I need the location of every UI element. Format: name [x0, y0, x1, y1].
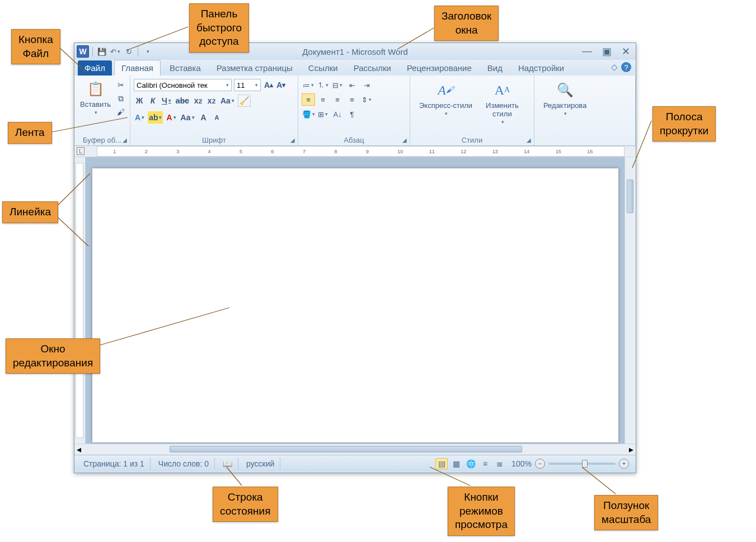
cut-icon[interactable]: ✂: [115, 80, 126, 90]
grow-font-icon[interactable]: A▴: [263, 79, 274, 91]
clear-formatting-icon[interactable]: 🧹: [238, 95, 251, 107]
change-styles-button[interactable]: AA Изменить стили▾: [482, 79, 522, 126]
status-proofing[interactable]: 📖: [217, 458, 238, 470]
zoom-thumb[interactable]: [582, 460, 588, 468]
workspace: [74, 157, 636, 444]
tab-file[interactable]: Файл: [78, 60, 112, 76]
tab-references[interactable]: Ссылки: [302, 60, 345, 76]
paste-button[interactable]: 📋 Вставить ▾: [77, 78, 114, 116]
font-name-combo[interactable]: Calibri (Основной тек▾: [134, 79, 232, 91]
tab-addins[interactable]: Надстройки: [511, 60, 571, 76]
vertical-scrollbar[interactable]: [624, 157, 636, 444]
ribbon: 📋 Вставить ▾ ✂ ⧉ 🖌 Буфер об...◢ Calibri …: [74, 76, 636, 146]
tab-insert[interactable]: Вставка: [163, 60, 208, 76]
show-marks-button[interactable]: ¶: [345, 108, 359, 120]
view-print-layout-icon[interactable]: ▤: [435, 458, 448, 469]
tab-review[interactable]: Рецензирование: [400, 60, 478, 76]
scroll-right-icon[interactable]: ▸: [629, 444, 633, 455]
save-icon[interactable]: 💾: [96, 46, 107, 57]
sort-button[interactable]: A↓: [331, 108, 344, 120]
clipboard-icon: 📋: [86, 79, 106, 99]
group-clipboard: 📋 Вставить ▾ ✂ ⧉ 🖌 Буфер об...◢: [74, 76, 130, 145]
status-words[interactable]: Число слов: 0: [153, 458, 215, 470]
maximize-icon[interactable]: ▣: [602, 45, 612, 58]
qat-customize-icon[interactable]: ▾: [142, 46, 153, 57]
change-styles-icon: AA: [492, 80, 512, 100]
tab-selector[interactable]: L: [77, 147, 84, 155]
zoom-level[interactable]: 100%: [511, 459, 532, 468]
tab-view[interactable]: Вид: [481, 60, 509, 76]
dialog-launcher-icon[interactable]: ◢: [401, 137, 408, 144]
multilevel-button[interactable]: ⊟▾: [331, 79, 344, 91]
decrease-indent-icon[interactable]: ⇤: [345, 79, 359, 91]
dialog-launcher-icon[interactable]: ◢: [525, 137, 532, 144]
bullets-button[interactable]: ≔▾: [302, 79, 315, 91]
status-bar: Страница: 1 из 1 Число слов: 0 📖 русский…: [74, 455, 636, 472]
callout-ruler: Линейка: [2, 201, 58, 223]
shrink-font-icon[interactable]: A▾: [275, 79, 287, 91]
shading-button[interactable]: 🪣▾: [302, 108, 315, 120]
borders-button[interactable]: ⊞▾: [316, 108, 330, 120]
callout-zoom-slider: Ползунок масштаба: [594, 495, 658, 530]
format-painter-icon[interactable]: 🖌: [115, 107, 126, 117]
document-area[interactable]: [86, 157, 624, 444]
align-left-button[interactable]: ≡: [302, 93, 315, 106]
horizontal-scrollbar[interactable]: ◂ ▸: [74, 444, 636, 455]
view-full-screen-icon[interactable]: ▦: [450, 458, 462, 469]
tab-home[interactable]: Главная: [114, 60, 161, 76]
align-center-button[interactable]: ≡: [316, 93, 330, 106]
scrollbar-thumb[interactable]: [627, 180, 633, 213]
view-draft-icon[interactable]: ≣: [494, 458, 506, 469]
minimize-ribbon-icon[interactable]: ◇: [611, 62, 618, 72]
hscroll-thumb[interactable]: [170, 446, 522, 453]
close-icon[interactable]: ✕: [622, 45, 630, 58]
dialog-launcher-icon[interactable]: ◢: [121, 137, 128, 144]
shrink-font2-button[interactable]: A: [212, 111, 223, 124]
change-case-button[interactable]: Aa▾: [219, 95, 236, 107]
tab-page-layout[interactable]: Разметка страницы: [210, 60, 299, 76]
character-spacing-button[interactable]: Aa▾: [180, 111, 196, 124]
status-page[interactable]: Страница: 1 из 1: [78, 458, 151, 470]
font-color-button[interactable]: A▾: [165, 111, 177, 124]
font-size-combo[interactable]: 11▾: [234, 79, 261, 91]
tab-mailings[interactable]: Рассылки: [347, 60, 398, 76]
text-effects-button[interactable]: A▾: [134, 111, 145, 124]
callout-view-buttons: Кнопки режимов просмотра: [448, 487, 515, 536]
copy-icon[interactable]: ⧉: [115, 93, 126, 103]
binoculars-icon: 🔍: [555, 80, 575, 100]
subscript-button[interactable]: x2: [192, 95, 204, 107]
align-right-button[interactable]: ≡: [331, 93, 344, 106]
word-logo-icon[interactable]: W: [77, 45, 89, 58]
bold-button[interactable]: Ж: [134, 95, 145, 107]
justify-button[interactable]: ≡: [345, 93, 359, 106]
horizontal-ruler[interactable]: L 1234 5678 9101112 13141516: [74, 146, 636, 157]
underline-button[interactable]: Ч▾: [161, 95, 172, 107]
enlarge-font-button[interactable]: A: [198, 111, 209, 124]
scroll-left-icon[interactable]: ◂: [77, 444, 81, 455]
undo-icon[interactable]: ↶▾: [110, 46, 121, 57]
numbering-button[interactable]: ⒈▾: [316, 79, 330, 91]
italic-button[interactable]: К: [147, 95, 158, 107]
group-editing: 🔍 Редактирова▾: [534, 76, 636, 145]
highlight-button[interactable]: ab▾: [148, 111, 163, 124]
dialog-launcher-icon[interactable]: ◢: [289, 137, 296, 144]
strike-button[interactable]: abc: [175, 95, 190, 107]
redo-icon[interactable]: ↻: [123, 46, 134, 57]
increase-indent-icon[interactable]: ⇥: [360, 79, 373, 91]
view-web-icon[interactable]: 🌐: [464, 458, 477, 469]
callout-ribbon: Лента: [8, 122, 52, 144]
zoom-slider[interactable]: [548, 463, 616, 465]
status-language[interactable]: русский: [241, 458, 280, 470]
help-icon[interactable]: ?: [621, 62, 631, 72]
minimize-icon[interactable]: —: [582, 45, 592, 58]
superscript-button[interactable]: x2: [206, 95, 217, 107]
line-spacing-button[interactable]: ⇕▾: [360, 93, 373, 106]
document-name: Документ1: [302, 47, 344, 56]
vertical-ruler[interactable]: [74, 157, 86, 444]
editing-button[interactable]: 🔍 Редактирова▾: [540, 79, 590, 117]
view-outline-icon[interactable]: ≡: [479, 458, 491, 469]
zoom-in-button[interactable]: +: [619, 459, 629, 469]
document-page[interactable]: [92, 168, 618, 442]
quick-styles-button[interactable]: A🖌 Экспресс-стили▾: [416, 79, 476, 117]
zoom-out-button[interactable]: −: [535, 459, 545, 469]
